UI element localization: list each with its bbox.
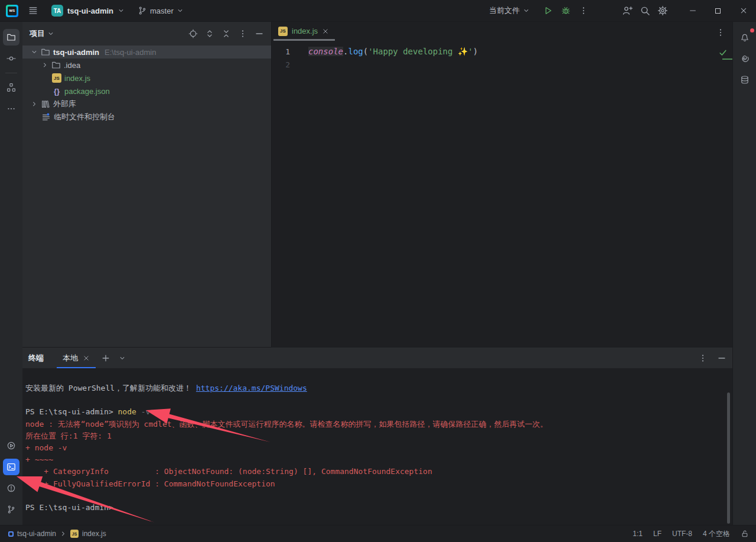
project-view-selector[interactable]: 项目: [30, 28, 54, 39]
notifications-button[interactable]: [737, 29, 753, 46]
collapse-all-icon: [221, 29, 231, 38]
editor-tab-options-button[interactable]: [715, 27, 726, 38]
left-tool-stripe: [0, 22, 22, 525]
select-opened-file-button[interactable]: [187, 28, 199, 40]
project-avatar: TA: [51, 5, 63, 17]
run-circle-icon: [6, 441, 16, 450]
code-line-2[interactable]: 2: [272, 58, 732, 71]
gear-icon: [657, 5, 668, 16]
terminal-error-line: 所在位置 行:1 字符: 1: [25, 430, 732, 442]
hide-terminal-button[interactable]: [717, 353, 726, 363]
terminal-scrollbar[interactable]: [727, 392, 730, 524]
terminal-blank-line: [25, 490, 732, 502]
file-name: index.js: [64, 74, 90, 83]
minimize-button[interactable]: [680, 0, 705, 22]
minimize-icon: [717, 353, 726, 363]
project-options-button[interactable]: [237, 28, 249, 40]
terminal-options-button[interactable]: [698, 353, 708, 363]
run-button[interactable]: [539, 2, 557, 19]
editor-tab-index-js[interactable]: JS index.js: [273, 21, 335, 41]
close-button[interactable]: [731, 0, 756, 22]
terminal-session-dropdown-button[interactable]: [116, 352, 129, 365]
line-ending-indicator[interactable]: LF: [653, 530, 662, 538]
library-icon: [41, 99, 50, 109]
tree-row-external-libraries[interactable]: 外部库: [22, 98, 271, 111]
project-name: tsq-ui-admin: [67, 7, 113, 15]
caret-position[interactable]: 1:1: [633, 530, 643, 538]
javascript-file-icon: JS: [70, 530, 79, 538]
terminal-output[interactable]: 安装最新的 PowerShell，了解新功能和改进！ https://aka.m…: [22, 368, 732, 525]
tree-row-index-js[interactable]: JS index.js: [22, 72, 271, 85]
expand-all-button[interactable]: [204, 28, 216, 40]
lock-open-icon[interactable]: [741, 530, 749, 538]
settings-button[interactable]: [654, 2, 672, 19]
structure-tool-button[interactable]: [3, 79, 19, 96]
run-config-selector[interactable]: 当前文件: [485, 4, 533, 18]
target-icon: [188, 29, 198, 38]
maximize-button[interactable]: [705, 0, 731, 22]
run-config-label: 当前文件: [489, 5, 520, 16]
more-run-actions-button[interactable]: [575, 2, 592, 19]
git-branch-widget[interactable]: master: [134, 4, 187, 17]
commit-tool-button[interactable]: [3, 50, 19, 67]
new-terminal-session-button[interactable]: [99, 352, 112, 365]
tab-close-icon[interactable]: [322, 28, 329, 35]
project-widget[interactable]: TA tsq-ui-admin: [48, 3, 128, 18]
chevron-down-icon: [118, 7, 125, 14]
tab-close-icon[interactable]: [83, 355, 90, 362]
token-paren: ): [473, 47, 478, 56]
inspections-widget[interactable]: [718, 48, 729, 59]
search-everywhere-button[interactable]: [636, 2, 654, 19]
version-control-tool-button[interactable]: [3, 501, 19, 518]
code-with-me-button[interactable]: [618, 2, 636, 19]
git-branch-icon: [138, 6, 147, 15]
hide-panel-button[interactable]: [253, 28, 265, 40]
indent-indicator[interactable]: 4 个空格: [703, 529, 730, 539]
collapse-all-button[interactable]: [220, 28, 232, 40]
terminal-tab-local[interactable]: 本地: [57, 348, 96, 368]
terminal-tab-label: 本地: [63, 353, 78, 364]
bell-icon: [740, 33, 750, 42]
token-console: console: [308, 47, 343, 56]
token-paren: (: [363, 47, 368, 56]
code-text: console.log('Happy developing ✨'): [290, 47, 478, 56]
powershell-link[interactable]: https://aka.ms/PSWindows: [196, 384, 307, 392]
terminal-tool-button[interactable]: [3, 459, 19, 475]
tree-row-root[interactable]: tsq-ui-admin E:\tsq-ui-admin: [22, 46, 271, 59]
ide-window: WS TA tsq-ui-admin master 当前文件: [0, 0, 756, 542]
project-square-icon: [8, 531, 14, 537]
kebab-menu-icon: [698, 353, 708, 363]
terminal-icon: [6, 462, 16, 472]
project-panel-title: 项目: [30, 28, 45, 39]
database-tool-button[interactable]: [737, 72, 753, 88]
chevron-right-icon: [60, 530, 67, 537]
code-line-1[interactable]: 1 console.log('Happy developing ✨'): [272, 45, 732, 58]
prompt-text: PS E:\tsq-ui-admin>: [25, 407, 118, 416]
problems-tool-button[interactable]: [3, 480, 19, 496]
check-icon: [718, 48, 728, 57]
problems-icon: [6, 483, 16, 493]
structure-icon: [6, 83, 16, 92]
tree-row-idea[interactable]: .idea: [22, 59, 271, 72]
plus-icon: [101, 353, 110, 363]
project-tree: tsq-ui-admin E:\tsq-ui-admin .idea JS in…: [22, 46, 271, 124]
main-menu-button[interactable]: [24, 2, 42, 19]
tree-row-scratches[interactable]: 临时文件和控制台: [22, 111, 271, 124]
breadcrumb-project[interactable]: tsq-ui-admin: [17, 530, 56, 538]
debug-button[interactable]: [557, 2, 575, 19]
editor-tab-bar: JS index.js: [272, 22, 732, 41]
active-tab-indicator: [273, 39, 335, 41]
root-folder-name: tsq-ui-admin: [53, 48, 99, 57]
tree-row-package-json[interactable]: {} package.json: [22, 85, 271, 98]
breadcrumb-file[interactable]: index.js: [82, 530, 106, 538]
ai-assistant-button[interactable]: [737, 50, 753, 67]
project-tool-button[interactable]: [3, 29, 19, 46]
branch-name: master: [150, 7, 174, 15]
run-tool-button[interactable]: [3, 437, 19, 454]
breadcrumb: tsq-ui-admin JS index.js: [8, 530, 106, 538]
meatball-menu-icon: [6, 104, 16, 113]
right-tool-stripe: [732, 22, 756, 525]
folder-icon: [41, 47, 50, 57]
encoding-indicator[interactable]: UTF-8: [672, 530, 692, 538]
more-tool-windows-button[interactable]: [3, 100, 19, 117]
